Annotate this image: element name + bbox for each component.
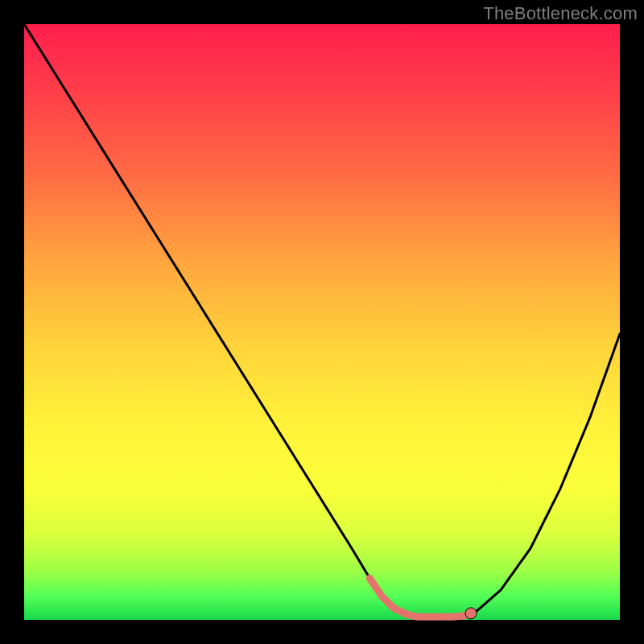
highlight-dot <box>465 608 477 619</box>
bottleneck-curve <box>24 24 620 617</box>
chart-stage: TheBottleneck.com <box>0 0 644 644</box>
curve-svg <box>24 24 620 620</box>
watermark-text: TheBottleneck.com <box>483 3 638 24</box>
highlight-segment <box>369 578 471 617</box>
plot-area <box>24 24 620 620</box>
